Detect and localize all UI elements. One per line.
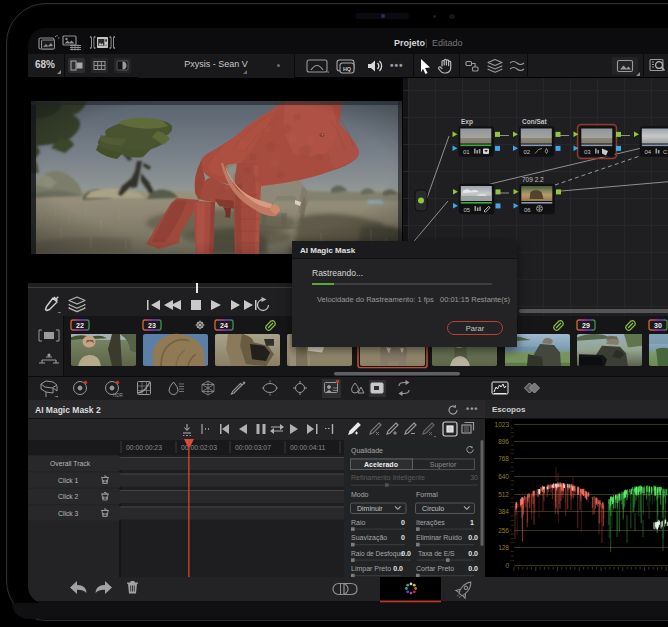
svg-text:03: 03 [584, 149, 591, 155]
svg-text:Exp: Exp [461, 118, 473, 126]
svg-text:Click 2: Click 2 [58, 493, 79, 500]
svg-text:896: 896 [498, 438, 509, 445]
svg-text:0.0: 0.0 [393, 565, 403, 572]
svg-text:Eliminar Ruído: Eliminar Ruído [416, 534, 462, 541]
svg-text:0: 0 [401, 519, 405, 526]
svg-text:Qualidade: Qualidade [351, 447, 383, 455]
svg-text:05: 05 [464, 207, 471, 213]
svg-text:30: 30 [654, 322, 662, 329]
svg-text:Taxa de E/S: Taxa de E/S [418, 550, 455, 557]
svg-text:Formal: Formal [416, 491, 438, 498]
svg-text:256: 256 [498, 527, 509, 534]
svg-text:04: 04 [645, 149, 652, 155]
svg-text:22: 22 [76, 322, 84, 329]
svg-text:0.0: 0.0 [468, 550, 478, 557]
svg-text:00:00:02:03: 00:00:02:03 [181, 444, 217, 451]
svg-text:1: 1 [470, 519, 474, 526]
svg-text:Superior: Superior [430, 461, 457, 469]
svg-text:Modo: Modo [351, 491, 369, 498]
svg-text:Limpar Preto: Limpar Preto [351, 565, 391, 573]
svg-text:128: 128 [498, 544, 509, 551]
svg-text:512: 512 [498, 491, 509, 498]
svg-text:Click 1: Click 1 [58, 477, 79, 484]
svg-text:Acelerado: Acelerado [364, 461, 398, 468]
svg-text:Raio: Raio [351, 519, 366, 526]
svg-text:24: 24 [220, 322, 228, 329]
svg-text:768: 768 [498, 455, 509, 462]
svg-text:0: 0 [505, 562, 509, 569]
svg-text:Raio de Desfoque: Raio de Desfoque [351, 550, 404, 558]
svg-text:Círculo: Círculo [422, 505, 444, 512]
svg-text:23: 23 [148, 322, 156, 329]
svg-text:1023: 1023 [495, 421, 510, 428]
svg-text:Con/Sat: Con/Sat [522, 118, 547, 125]
svg-text:00:00:04:11: 00:00:04:11 [290, 444, 326, 451]
svg-text:29: 29 [582, 322, 590, 329]
svg-text:Iterações: Iterações [416, 519, 445, 527]
svg-text:Overall Track: Overall Track [50, 460, 91, 467]
svg-text:00:00:03:07: 00:00:03:07 [235, 444, 271, 451]
svg-text:01: 01 [463, 149, 470, 155]
svg-text:Suavização: Suavização [351, 534, 387, 542]
svg-text:00:00:00:23: 00:00:00:23 [126, 444, 162, 451]
svg-text:30: 30 [470, 474, 478, 481]
svg-text:0.0: 0.0 [401, 550, 411, 557]
svg-text:HQ: HQ [343, 66, 351, 72]
svg-text:0: 0 [401, 534, 405, 541]
svg-text:Cortar Preto: Cortar Preto [416, 565, 454, 572]
svg-text:Diminuir: Diminuir [357, 505, 383, 512]
svg-text:384: 384 [498, 508, 509, 515]
svg-text:C: C [663, 149, 668, 155]
svg-text:Refinamento Inteligente: Refinamento Inteligente [351, 474, 425, 482]
svg-text:Click 3: Click 3 [58, 510, 79, 517]
svg-text:709 2.2: 709 2.2 [522, 176, 544, 183]
svg-text:02: 02 [524, 149, 531, 155]
svg-text:06: 06 [524, 207, 531, 213]
svg-text:0.0: 0.0 [468, 565, 478, 572]
svg-text:HDR: HDR [113, 393, 123, 398]
svg-text:0.0: 0.0 [468, 534, 478, 541]
svg-text:640: 640 [498, 473, 509, 480]
